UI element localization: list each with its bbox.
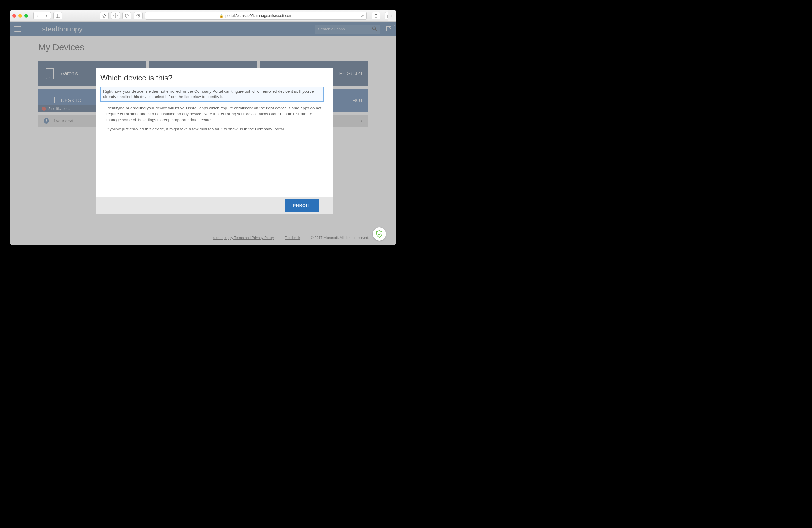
minimize-window-button[interactable]: [18, 14, 22, 17]
pocket-button[interactable]: [134, 12, 143, 19]
svg-rect-0: [56, 14, 60, 17]
extension-badge[interactable]: [373, 228, 386, 240]
address-bar[interactable]: 🔒 portal.fei.msuc05.manage.microsoft.com…: [145, 12, 367, 19]
close-window-button[interactable]: [13, 14, 16, 17]
home-button[interactable]: [100, 12, 109, 19]
back-button[interactable]: ‹: [33, 12, 42, 19]
shield-button[interactable]: [122, 12, 131, 19]
modal-footer: ENROLL: [96, 197, 333, 214]
enroll-modal: Which device is this? Right now, your de…: [96, 68, 333, 214]
url-text: portal.fei.msuc05.manage.microsoft.com: [226, 14, 292, 18]
safari-toolbar: ‹ › ⓘ 🔒 portal.fei.msuc05.manage.microso…: [10, 10, 396, 22]
modal-paragraph: Identifying or enrolling your device wil…: [106, 105, 324, 123]
safari-window: ‹ › ⓘ 🔒 portal.fei.msuc05.manage.microso…: [10, 10, 396, 245]
info-button[interactable]: ⓘ: [111, 12, 120, 19]
nav-back-forward: ‹ ›: [33, 12, 51, 19]
lock-icon: 🔒: [219, 14, 224, 18]
new-tab-button[interactable]: +: [388, 10, 396, 21]
modal-highlight-text: Right now, your device is either not enr…: [100, 87, 324, 102]
sidebar-toggle-button[interactable]: [54, 12, 62, 19]
modal-paragraph: If you've just enrolled this device, it …: [106, 126, 324, 132]
share-button[interactable]: [372, 12, 380, 19]
forward-button[interactable]: ›: [42, 12, 51, 19]
reload-icon[interactable]: ⟳: [361, 14, 364, 18]
modal-title: Which device is this?: [100, 73, 324, 83]
enroll-button[interactable]: ENROLL: [285, 199, 319, 212]
window-controls: [13, 14, 28, 17]
fullscreen-window-button[interactable]: [24, 14, 28, 17]
